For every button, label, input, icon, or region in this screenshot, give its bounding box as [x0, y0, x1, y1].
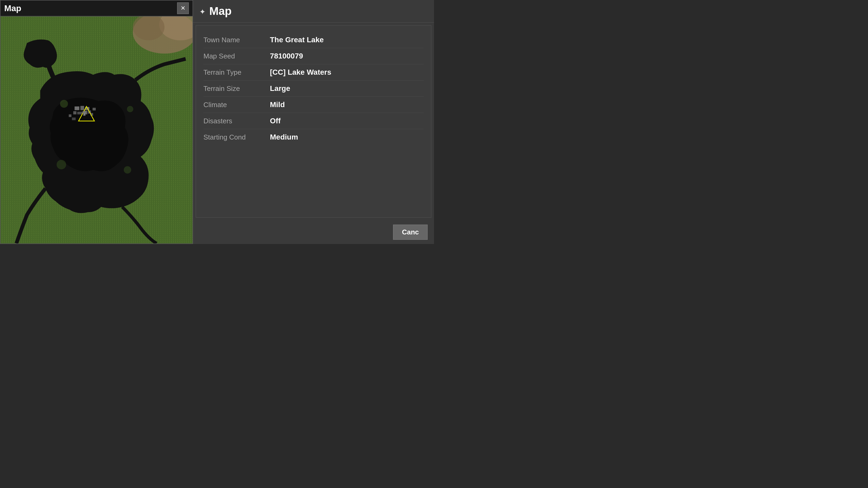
svg-point-24 [127, 106, 133, 112]
climate-value: Mild [270, 100, 285, 109]
town-name-value: The Great Lake [270, 36, 323, 44]
svg-rect-10 [80, 106, 84, 110]
map-titlebar: Map ✕ [1, 1, 192, 17]
map-seed-label: Map Seed [204, 52, 265, 60]
disasters-value: Off [270, 117, 281, 125]
town-name-row: Town Name The Great Lake [204, 32, 424, 48]
svg-point-23 [60, 100, 68, 108]
compass-icon: ✦ [199, 5, 206, 17]
terrain-size-value: Large [270, 84, 290, 93]
map-window: Map ✕ [0, 0, 193, 244]
info-content-box: Town Name The Great Lake Map Seed 781000… [196, 25, 431, 218]
map-window-title: Map [4, 3, 21, 13]
terrain-map-svg [1, 17, 192, 243]
svg-point-25 [57, 160, 66, 169]
map-seed-row: Map Seed 78100079 [204, 48, 424, 64]
map-seed-value: 78100079 [270, 52, 303, 60]
info-panel-title: Map [209, 5, 231, 18]
svg-rect-9 [74, 106, 79, 110]
terrain-type-value: [CC] Lake Waters [270, 68, 331, 76]
map-close-button[interactable]: ✕ [177, 2, 189, 14]
svg-rect-13 [77, 111, 83, 114]
starting-cond-row: Starting Cond Medium [204, 129, 424, 145]
svg-rect-12 [73, 111, 76, 114]
terrain-type-label: Terrain Type [204, 68, 265, 76]
town-name-label: Town Name [204, 36, 265, 44]
terrain-size-label: Terrain Size [204, 85, 265, 93]
svg-rect-21 [83, 113, 85, 116]
info-panel-header: ✦ Map [193, 0, 434, 23]
svg-point-26 [124, 166, 131, 173]
climate-label: Climate [204, 101, 265, 109]
disasters-label: Disasters [204, 117, 265, 125]
terrain-type-row: Terrain Type [CC] Lake Waters [204, 64, 424, 80]
starting-cond-label: Starting Cond [204, 133, 265, 141]
map-viewport [1, 17, 192, 243]
svg-rect-22 [83, 111, 86, 113]
disasters-row: Disasters Off [204, 113, 424, 129]
svg-rect-16 [69, 114, 71, 117]
info-footer: Canc [193, 220, 434, 244]
svg-rect-17 [93, 108, 96, 110]
climate-row: Climate Mild [204, 97, 424, 113]
terrain-size-row: Terrain Size Large [204, 80, 424, 97]
starting-cond-value: Medium [270, 133, 298, 141]
info-panel: ✦ Map Town Name The Great Lake Map Seed … [193, 0, 434, 244]
svg-rect-18 [72, 118, 76, 120]
cancel-button[interactable]: Canc [393, 225, 428, 240]
